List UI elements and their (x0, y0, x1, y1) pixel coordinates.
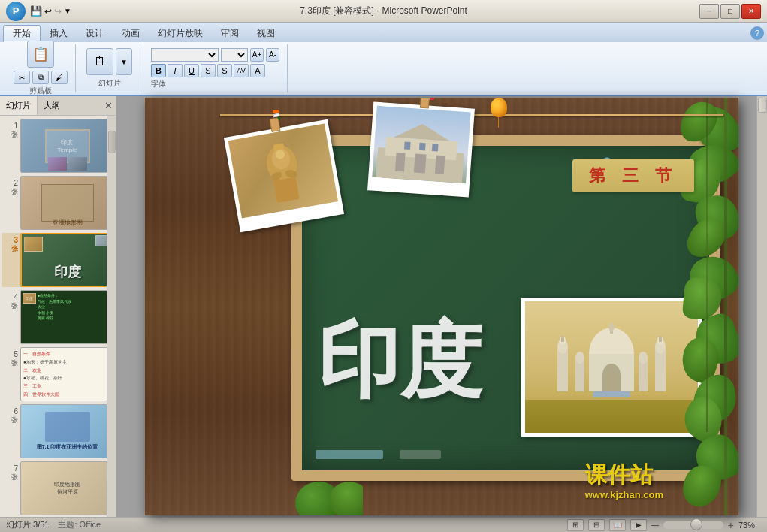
slide-panel: 幻灯片 大纲 ✕ 1 张 印度Temple (0, 96, 116, 517)
ribbon-group-slides: 🗒 ▼ 幻灯片 (79, 44, 140, 92)
svg-rect-19 (602, 375, 621, 391)
font-color-button[interactable]: A (250, 64, 265, 77)
svg-rect-15 (432, 144, 439, 152)
status-bar: 幻灯片 3/51 主题: Office ⊞ ⊟ 📖 ▶ ─ + 73% (0, 517, 767, 532)
slide-suffix-2: 张 (2, 187, 18, 197)
svg-point-31 (639, 352, 648, 364)
ribbon-tabs: 开始 插入 设计 动画 幻灯片放映 审阅 视图 ? (0, 23, 767, 42)
font-label: 字体 (151, 79, 279, 89)
office-button[interactable]: P (6, 2, 26, 21)
qa-dropdown-icon[interactable]: ▼ (64, 7, 71, 15)
slide-num-5: 5 (2, 350, 18, 358)
svg-rect-11 (414, 153, 427, 173)
strikethrough-button[interactable]: S (201, 64, 216, 77)
undo-icon[interactable]: ↩ (44, 6, 52, 17)
svg-rect-27 (659, 336, 662, 342)
slide-suffix-6: 张 (2, 416, 18, 425)
slide-thumb-7[interactable]: 7 张 印度地形图恒河平原 (2, 461, 114, 515)
slide-thumb-5[interactable]: 5 张 一、自然条件 ●地形：德干高原为主 二、农业 ●水稻、棉花、茶叶 三、工… (2, 347, 114, 401)
zoom-in-btn[interactable]: + (728, 519, 734, 531)
slide-thumb-2[interactable]: 2 张 亚洲地形图 (2, 176, 114, 230)
cut-button[interactable]: ✂ (14, 71, 30, 84)
slide-thumb-img-4[interactable]: 印度 ●自然条件： 气候：热带季风气候 农业： 水稻 小麦 黄麻 棉花 (20, 290, 114, 344)
slide-suffix-4: 张 (2, 301, 18, 311)
normal-view-btn[interactable]: ⊞ (567, 519, 584, 531)
section-label: 第 三 节 (572, 159, 694, 192)
slide-suffix-3: 张 (2, 244, 18, 254)
char-spacing-button[interactable]: AV (234, 64, 249, 77)
window-controls: ─ □ ✕ (699, 4, 761, 19)
ribbon-content: 📋 ✂ ⧉ 🖌 剪贴板 🗒 ▼ 幻灯片 宋体 18 A+ A- B I U S … (0, 42, 767, 96)
slide-thumb-4[interactable]: 4 张 印度 ●自然条件： 气候：热带季风气候 农业： 水稻 小麦 黄麻 棉花 (2, 290, 114, 344)
slide-thumb-3[interactable]: 3 张 印度 (2, 233, 114, 287)
underline-button[interactable]: U (184, 64, 199, 77)
tab-review[interactable]: 审阅 (212, 25, 248, 42)
tab-slides[interactable]: 幻灯片 (0, 96, 38, 115)
slide-thumb-img-2[interactable]: 亚洲地形图 (20, 176, 114, 230)
save-icon[interactable]: 💾 (30, 5, 42, 17)
svg-rect-2 (273, 177, 300, 203)
tab-animation[interactable]: 动画 (113, 25, 149, 42)
reading-view-btn[interactable]: 📖 (609, 519, 626, 531)
svg-rect-32 (593, 391, 630, 397)
layout-button[interactable]: ▼ (116, 48, 132, 75)
canvas-scrollbar-v[interactable] (756, 96, 767, 517)
copy-button[interactable]: ⧉ (32, 71, 49, 84)
slide-thumb-6[interactable]: 6 张 图7.1 印度在亚洲中的位置 (2, 404, 114, 458)
minimize-button[interactable]: ─ (699, 4, 719, 19)
svg-rect-23 (561, 336, 564, 342)
decrease-font-button[interactable]: A- (266, 48, 279, 62)
slide-num-3: 3 (2, 236, 18, 244)
clipboard-label: 剪贴板 (29, 86, 52, 96)
slide-num-2: 2 (2, 179, 18, 187)
zoom-slider-track[interactable] (663, 521, 723, 529)
slide-thumb-img-6[interactable]: 图7.1 印度在亚洲中的位置 (20, 404, 114, 458)
tab-outline[interactable]: 大纲 (38, 96, 66, 115)
slide-thumb-img-5[interactable]: 一、自然条件 ●地形：德干高原为主 二、农业 ●水稻、棉花、茶叶 三、工业 四、… (20, 347, 114, 401)
help-button[interactable]: ? (750, 26, 764, 40)
slide-sorter-btn[interactable]: ⊟ (588, 519, 605, 531)
svg-rect-13 (404, 141, 411, 150)
svg-point-34 (608, 323, 615, 331)
increase-font-button[interactable]: A+ (250, 48, 264, 62)
italic-button[interactable]: I (168, 64, 183, 77)
maximize-button[interactable]: □ (720, 4, 740, 19)
tab-insert[interactable]: 插入 (41, 25, 77, 42)
shadow-button[interactable]: S (217, 64, 232, 77)
quick-access-toolbar: 💾 ↩ ↪ ▼ (30, 5, 71, 17)
zoom-percent: 73% (738, 521, 761, 530)
tab-slideshow[interactable]: 幻灯片放映 (149, 25, 212, 42)
slide-num-7: 7 (2, 464, 18, 473)
format-painter-button[interactable]: 🖌 (51, 71, 68, 84)
slide-thumb-img-3[interactable]: 印度 (20, 233, 114, 287)
chalk-eraser-1 (316, 450, 383, 459)
bold-button[interactable]: B (151, 64, 166, 77)
font-name-select[interactable]: 宋体 (151, 48, 219, 62)
panel-scrollbar[interactable] (107, 116, 116, 517)
redo-icon[interactable]: ↪ (54, 6, 62, 17)
zoom-out-btn[interactable]: ─ (651, 519, 659, 531)
zoom-slider-thumb[interactable] (690, 518, 702, 530)
new-slide-button[interactable]: 🗒 (86, 48, 113, 75)
paste-button[interactable]: 📋 (27, 41, 54, 68)
watermark: 课件站 www.kjzhan.com (585, 460, 663, 502)
slide-num-1: 1 (2, 122, 18, 130)
tab-view[interactable]: 视图 (248, 25, 284, 42)
panel-close-icon[interactable]: ✕ (104, 100, 113, 111)
slide-suffix-5: 张 (2, 358, 18, 368)
slide-canvas[interactable]: 第 三 节 📎 印度 (145, 98, 738, 515)
close-button[interactable]: ✕ (741, 4, 761, 19)
tab-start[interactable]: 开始 (3, 25, 41, 42)
slide-thumb-img-7[interactable]: 印度地形图恒河平原 (20, 461, 114, 515)
slide-thumb-1[interactable]: 1 张 印度Temple (2, 119, 114, 173)
svg-rect-10 (395, 153, 406, 172)
svg-rect-12 (435, 155, 445, 174)
slide-thumb-img-1[interactable]: 印度Temple (20, 119, 114, 173)
font-size-select[interactable]: 18 (221, 48, 248, 62)
slideshow-btn[interactable]: ▶ (630, 519, 647, 531)
chalk-eraser-2 (400, 450, 441, 459)
slides-list: 1 张 印度Temple (0, 116, 116, 517)
balloon (491, 98, 507, 128)
svg-point-29 (575, 352, 584, 364)
tab-design[interactable]: 设计 (77, 25, 113, 42)
